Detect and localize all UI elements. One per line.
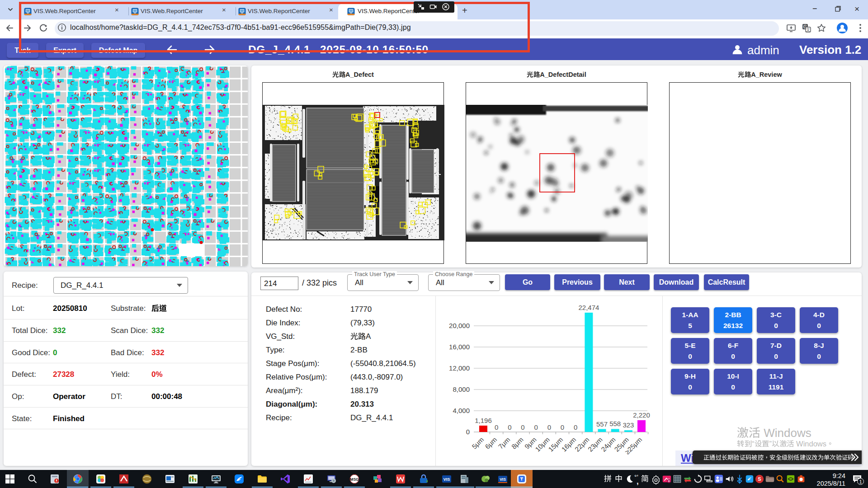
svg-text:323: 323 (623, 421, 634, 429)
svg-text:0: 0 (508, 423, 511, 431)
svg-text:0: 0 (466, 428, 470, 436)
svg-text:0: 0 (547, 423, 551, 431)
svg-text:6μm: 6μm (483, 436, 498, 450)
svg-text:24μm: 24μm (599, 436, 617, 453)
svg-text:0: 0 (495, 423, 498, 431)
svg-text:7μm: 7μm (497, 436, 512, 450)
svg-text:8μm: 8μm (510, 436, 525, 450)
svg-text:558: 558 (609, 420, 621, 427)
svg-text:12,000: 12,000 (449, 364, 470, 372)
svg-text:16,000: 16,000 (449, 343, 470, 351)
svg-text:4,000: 4,000 (453, 407, 470, 414)
svg-text:20,000: 20,000 (449, 322, 470, 329)
svg-text:0: 0 (534, 423, 538, 431)
svg-text:文: 文 (806, 28, 810, 32)
svg-text:557: 557 (596, 420, 608, 428)
svg-text:VIS: VIS (443, 477, 450, 482)
svg-text:MSG: MSG (350, 477, 359, 482)
svg-text:S: S (758, 476, 761, 482)
svg-text:8,000: 8,000 (453, 385, 470, 393)
svg-text:0: 0 (574, 423, 577, 431)
svg-text:1,196: 1,196 (475, 417, 492, 424)
svg-text:0: 0 (561, 423, 564, 431)
svg-text:22,474: 22,474 (578, 304, 599, 311)
svg-text:2,220: 2,220 (633, 411, 650, 419)
svg-text:10μm: 10μm (533, 436, 551, 453)
svg-text:22μm: 22μm (573, 436, 591, 453)
svg-text:15μm: 15μm (547, 436, 564, 453)
svg-text:16μm: 16μm (560, 436, 578, 453)
svg-text:5μm: 5μm (470, 436, 485, 450)
svg-text:VIS: VIS (500, 477, 506, 482)
svg-text:23μm: 23μm (586, 436, 604, 453)
svg-text:0: 0 (521, 423, 524, 431)
